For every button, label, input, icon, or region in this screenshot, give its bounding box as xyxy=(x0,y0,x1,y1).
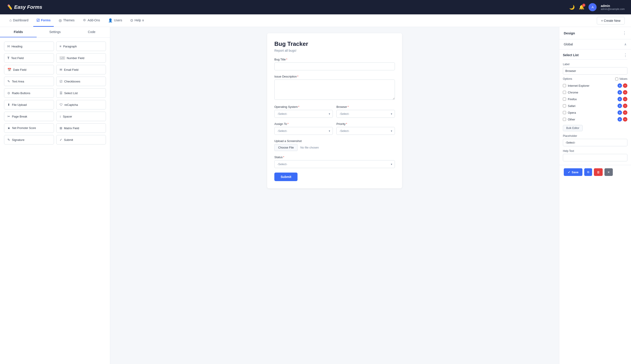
option-remove-other[interactable]: − xyxy=(623,117,627,122)
browser-group: Browser* -Select- ▾ xyxy=(337,105,395,118)
nav-item-users[interactable]: 👤 Users xyxy=(105,14,126,27)
option-row-safari: Safari + − xyxy=(563,102,627,109)
submit-button[interactable]: Submit xyxy=(274,172,297,181)
field-recaptcha[interactable]: 🛡reCaptcha xyxy=(56,100,106,110)
option-add-chrome[interactable]: + xyxy=(617,90,622,94)
field-signature[interactable]: ✎Signature xyxy=(4,135,54,144)
field-heading[interactable]: HHeading xyxy=(4,42,54,51)
copy-icon: ⧉ xyxy=(587,170,589,174)
avatar[interactable]: A xyxy=(588,3,596,11)
option-remove-opera[interactable]: − xyxy=(623,110,627,115)
field-text-field[interactable]: TText Field xyxy=(4,53,54,63)
cancel-button[interactable]: ✕ xyxy=(604,168,613,176)
save-button[interactable]: ✓ Save xyxy=(564,168,582,176)
values-checkbox-wrap: Values xyxy=(615,77,627,80)
field-submit[interactable]: ✓Submit xyxy=(56,135,106,144)
label-field-input[interactable] xyxy=(563,67,627,74)
option-checkbox-ie[interactable] xyxy=(563,84,566,87)
os-browser-row: Operating System* -Select- ▾ Browser* -S… xyxy=(274,105,395,118)
field-spacer[interactable]: ↕Spacer xyxy=(56,112,106,121)
matrix-icon: ⊞ xyxy=(60,126,62,130)
nav-item-addons[interactable]: ⛭ Add-Ons xyxy=(80,14,103,26)
option-row-chrome: Chrome + − xyxy=(563,89,627,96)
option-text-chrome: Chrome xyxy=(568,91,616,94)
forms-icon: ☑ xyxy=(37,18,40,22)
option-remove-firefox[interactable]: − xyxy=(623,97,627,101)
option-actions-other: + − xyxy=(617,117,627,122)
option-add-ie[interactable]: + xyxy=(617,83,622,88)
field-nps[interactable]: ★Net Promoter Score xyxy=(4,123,54,133)
choose-file-button[interactable]: Choose File xyxy=(274,144,297,151)
placeholder-input[interactable] xyxy=(563,139,627,146)
delete-button[interactable]: 🗑 xyxy=(594,168,603,176)
field-page-break[interactable]: ✂Page Break xyxy=(4,112,54,121)
field-select-list[interactable]: ☰Select List xyxy=(56,88,106,98)
placeholder-label: Placeholder xyxy=(563,134,627,138)
option-remove-safari[interactable]: − xyxy=(623,104,627,108)
notifications-bell[interactable]: 🔔 1 xyxy=(579,4,584,10)
tab-code[interactable]: Code xyxy=(73,27,110,37)
priority-label: Priority* xyxy=(337,122,395,126)
option-checkbox-safari[interactable] xyxy=(563,104,566,108)
field-number-field[interactable]: 123Number Field xyxy=(56,53,106,63)
option-remove-chrome[interactable]: − xyxy=(623,90,627,94)
design-menu-icon[interactable]: ⋮ xyxy=(622,30,626,36)
bug-title-label: Bug Title* xyxy=(274,58,395,61)
topbar: ✏️ Easy Forms 🌙 🔔 1 A admin admin@exampl… xyxy=(0,0,631,14)
field-file-upload[interactable]: ⬆File Upload xyxy=(4,100,54,110)
browser-select[interactable]: -Select- xyxy=(337,110,395,118)
option-checkbox-other[interactable] xyxy=(563,118,566,121)
bulk-editor-button[interactable]: Bulk Editor xyxy=(563,125,583,131)
copy-button[interactable]: ⧉ xyxy=(584,168,592,176)
center-panel: Bug Tracker Report all bugs! Bug Title* … xyxy=(110,27,559,364)
option-add-firefox[interactable]: + xyxy=(617,97,622,101)
os-select[interactable]: -Select- xyxy=(274,110,333,118)
option-add-other[interactable]: + xyxy=(617,117,622,122)
label-field-label: Label xyxy=(563,63,627,66)
tab-fields[interactable]: Fields xyxy=(0,27,37,37)
browser-select-wrapper: -Select- ▾ xyxy=(337,110,395,118)
bug-title-input[interactable] xyxy=(274,62,395,70)
assign-priority-row: Assign To* -Select- ▾ Priority* -Select-… xyxy=(274,122,395,135)
field-paragraph[interactable]: ≡Paragraph xyxy=(56,42,106,51)
select-list-menu-icon[interactable]: ⋮ xyxy=(623,52,627,58)
priority-select[interactable]: -Select- xyxy=(337,127,395,135)
help-text-input[interactable] xyxy=(563,154,627,161)
field-email-field[interactable]: ✉Email Field xyxy=(56,65,106,74)
assign-select[interactable]: -Select- xyxy=(274,127,333,135)
issue-description-input[interactable] xyxy=(274,80,395,100)
nav-label-help: Help ∨ xyxy=(134,18,144,22)
option-text-opera: Opera xyxy=(568,111,616,114)
field-date-field[interactable]: 📅Date Field xyxy=(4,65,54,74)
nav-item-themes[interactable]: ◎ Themes xyxy=(56,14,78,27)
option-add-opera[interactable]: + xyxy=(617,110,622,115)
option-checkbox-chrome[interactable] xyxy=(563,91,566,94)
delete-icon: 🗑 xyxy=(597,170,600,174)
dark-mode-toggle[interactable]: 🌙 xyxy=(569,4,575,10)
option-text-other: Other xyxy=(568,118,616,121)
nav-item-help[interactable]: ⊙ Help ∨ xyxy=(127,14,147,27)
os-group: Operating System* -Select- ▾ xyxy=(274,105,333,118)
status-select[interactable]: -Select- xyxy=(274,160,395,168)
field-textarea[interactable]: ✎Text Area xyxy=(4,76,54,86)
nav-item-forms[interactable]: ☑ Forms xyxy=(33,14,54,27)
values-checkbox[interactable] xyxy=(615,78,618,80)
datefield-icon: 📅 xyxy=(8,68,11,72)
global-label: Global xyxy=(564,42,573,46)
option-checkbox-opera[interactable] xyxy=(563,111,566,114)
nav-item-dashboard[interactable]: ⌂ Dashboard xyxy=(6,14,32,26)
field-checkboxes[interactable]: ☑Checkboxes xyxy=(56,76,106,86)
pagebreak-icon: ✂ xyxy=(8,114,10,118)
emailfield-icon: ✉ xyxy=(60,68,62,72)
create-new-button[interactable]: + Create New xyxy=(597,17,625,24)
field-radio-buttons[interactable]: ⊙Radio Buttons xyxy=(4,88,54,98)
option-remove-ie[interactable]: − xyxy=(623,83,627,88)
global-section[interactable]: Global ∧ xyxy=(559,39,631,50)
paragraph-icon: ≡ xyxy=(60,44,61,48)
tab-settings[interactable]: Settings xyxy=(37,27,73,37)
form-subtitle: Report all bugs! xyxy=(274,49,395,52)
field-matrix[interactable]: ⊞Matrix Field xyxy=(56,123,106,133)
option-checkbox-firefox[interactable] xyxy=(563,98,566,101)
option-add-safari[interactable]: + xyxy=(617,104,622,108)
upload-label: Upload a Screenshot xyxy=(274,139,395,143)
